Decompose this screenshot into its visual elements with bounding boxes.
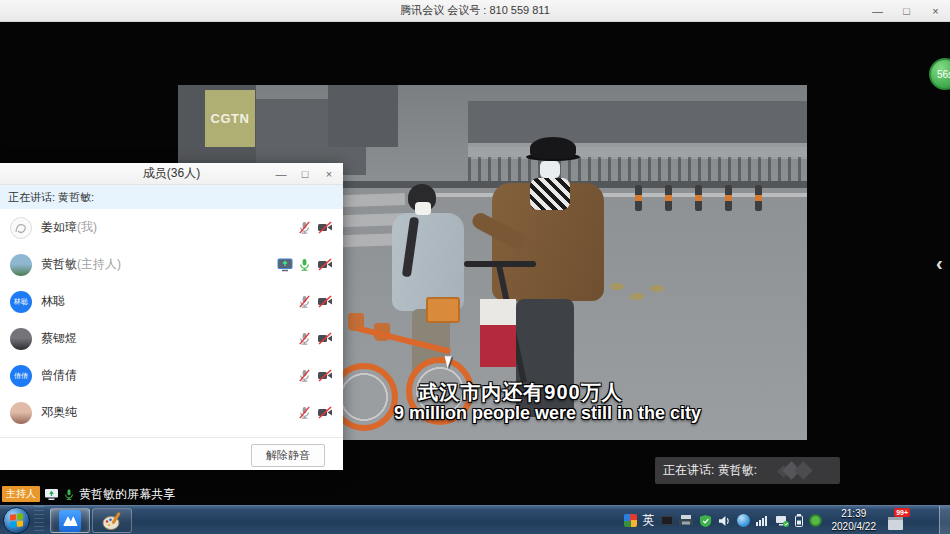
member-name: 黄哲敏 (41, 256, 77, 273)
paint-icon (101, 510, 123, 532)
network-icon[interactable] (775, 515, 789, 527)
mic-on-icon[interactable] (297, 257, 313, 272)
shield-icon[interactable] (699, 514, 712, 528)
tencent-meeting-icon (59, 510, 81, 532)
man-scarf (530, 178, 570, 210)
taskbar-item-messenger[interactable]: 99+ (888, 512, 906, 530)
man-mask (540, 161, 560, 178)
member-name: 蔡锶煜 (41, 330, 77, 347)
window-titlebar: 腾讯会议 会议号 : 810 559 811 — □ × (0, 0, 950, 22)
mic-muted-icon[interactable] (297, 294, 313, 309)
shopping-bag (480, 325, 516, 367)
restore-icon[interactable]: □ (892, 0, 921, 22)
start-button[interactable] (3, 507, 30, 534)
member-role-suffix: (我) (77, 219, 97, 236)
man-hat (530, 137, 576, 159)
bollard (665, 185, 672, 211)
mic-muted-icon[interactable] (297, 368, 313, 383)
member-row[interactable]: 黄哲敏(主持人) (0, 246, 343, 283)
unmute-button[interactable]: 解除静音 (251, 444, 325, 467)
bollard (635, 185, 642, 211)
shopping-bag (480, 299, 516, 325)
signal-icon[interactable] (756, 515, 769, 526)
ime-icon[interactable] (624, 514, 637, 527)
wallet-icon[interactable] (809, 514, 822, 527)
member-avatar (10, 217, 32, 239)
keyboard-icon[interactable] (661, 516, 673, 525)
windows-logo-icon (10, 513, 23, 527)
camera-off-icon[interactable] (317, 220, 333, 235)
camera-off-icon[interactable] (317, 368, 333, 383)
stone (610, 283, 624, 290)
volume-icon[interactable] (718, 515, 731, 527)
member-name: 邓奥纯 (41, 404, 77, 421)
member-name: 姜如璋 (41, 219, 77, 236)
member-name: 曾倩倩 (41, 367, 77, 384)
tencent-meeting-window: 腾讯会议 会议号 : 810 559 811 — □ × (0, 0, 950, 534)
printer-icon[interactable] (679, 515, 693, 526)
woman-mask (415, 202, 431, 215)
building-shape (468, 101, 807, 147)
mic-on-icon (63, 488, 75, 501)
mic-muted-icon[interactable] (297, 405, 313, 420)
window-stack-icon (888, 517, 903, 530)
member-status-icons (297, 220, 333, 235)
unread-count-badge: 99+ (894, 508, 910, 517)
taskbar-clock[interactable]: 21:39 2020/4/22 (832, 508, 877, 533)
member-row[interactable]: 林聪林聪 (0, 283, 343, 320)
taskbar: 英 21:39 2020/4/22 (0, 505, 950, 534)
speaking-banner: 正在讲话: 黄哲敏: (0, 185, 343, 209)
bollard (755, 185, 762, 211)
member-row[interactable]: 姜如璋(我) (0, 209, 343, 246)
avatar-initials: 倩倩 (14, 372, 28, 379)
camera-off-icon[interactable] (317, 405, 333, 420)
timer-bubble[interactable]: 56s (929, 58, 950, 90)
share-status-text: 黄哲敏的屏幕共享 (79, 486, 175, 503)
members-panel-footer: 解除静音 (0, 437, 343, 470)
maximize-icon[interactable]: □ (293, 163, 317, 185)
minimize-icon[interactable]: — (269, 163, 293, 185)
stone (650, 285, 664, 292)
camera-off-icon[interactable] (317, 294, 333, 309)
member-list: 姜如璋(我)黄哲敏(主持人)林聪林聪蔡锶煜倩倩曾倩倩邓奥纯 (0, 209, 343, 437)
taskbar-grip (34, 506, 44, 534)
member-role-suffix: (主持人) (77, 256, 121, 273)
member-row[interactable]: 邓奥纯 (0, 394, 343, 431)
taskbar-item-tencent-meeting[interactable] (50, 508, 90, 533)
close-icon[interactable]: × (317, 163, 341, 185)
host-badge: 主持人 (2, 486, 40, 502)
cgtn-logo: CGTN (205, 90, 255, 147)
avatar-initials: 林聪 (14, 298, 28, 305)
screen-sharing-icon[interactable] (277, 257, 293, 272)
scooter-handlebar (464, 261, 536, 267)
chevron-left-icon[interactable]: ‹ (936, 252, 943, 275)
member-name: 林聪 (41, 293, 65, 310)
member-avatar: 林聪 (10, 291, 32, 313)
member-row[interactable]: 蔡锶煜 (0, 320, 343, 357)
speaking-indicator: 正在讲话: 黄哲敏: (655, 457, 840, 484)
window-title: 腾讯会议 会议号 : 810 559 811 (400, 3, 550, 18)
system-tray: 英 21:39 2020/4/22 (624, 506, 907, 534)
browser-icon[interactable] (737, 514, 750, 527)
member-status-icons (297, 368, 333, 383)
bicycle-basket (426, 297, 460, 323)
close-icon[interactable]: × (921, 0, 950, 22)
members-panel-titlebar[interactable]: 成员(36人) — □ × (0, 163, 343, 185)
language-indicator[interactable]: 英 (643, 512, 655, 529)
member-row[interactable]: 倩倩曾倩倩 (0, 357, 343, 394)
battery-icon[interactable] (795, 514, 803, 527)
minimize-icon[interactable]: — (863, 0, 892, 22)
show-desktop-button[interactable] (939, 506, 950, 534)
mic-muted-icon[interactable] (297, 220, 313, 235)
member-status-icons (297, 331, 333, 346)
members-panel-controls: — □ × (269, 163, 341, 185)
screen-share-icon (44, 488, 59, 501)
camera-off-icon[interactable] (317, 331, 333, 346)
camera-off-icon[interactable] (317, 257, 333, 272)
clock-time: 21:39 (832, 508, 877, 521)
member-avatar (10, 254, 32, 276)
bollard (725, 185, 732, 211)
building-shape (328, 85, 398, 147)
mic-muted-icon[interactable] (297, 331, 313, 346)
taskbar-item-paint[interactable] (92, 508, 132, 533)
